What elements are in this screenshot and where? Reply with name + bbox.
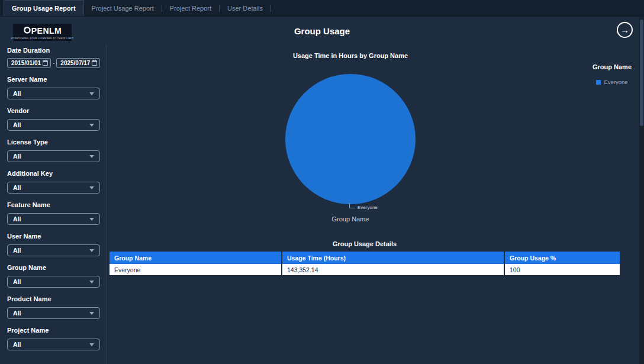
date-duration-label: Date Duration: [7, 47, 106, 54]
filter-label: Project Name: [7, 327, 106, 334]
filter-label: Server Name: [7, 76, 106, 83]
cell-usage-time: 143,352.14: [282, 264, 504, 276]
filter-label: Additional Key: [7, 170, 106, 178]
group-name-select[interactable]: All: [7, 276, 100, 288]
product-name-select[interactable]: All: [7, 307, 100, 319]
cell-group-name: Everyone: [110, 264, 281, 276]
chart-title: Usage Time in Hours by Group Name: [107, 52, 594, 59]
chevron-down-icon: [89, 124, 94, 127]
filter-project-name: Project Name All: [7, 327, 106, 350]
filter-product-name: Product Name All: [7, 295, 106, 319]
end-date-input[interactable]: 2025/07/17: [56, 58, 100, 68]
filter-label: User Name: [7, 233, 106, 240]
legend-entry-everyone[interactable]: Everyone: [580, 79, 644, 85]
date-range-separator: -: [53, 60, 54, 66]
chevron-down-icon: [89, 249, 94, 252]
date-duration-row: 2015/01/01 - 2025/07/17: [7, 58, 106, 68]
pie-chart-everyone-slice[interactable]: [285, 74, 416, 204]
start-date-value: 2015/01/01: [11, 60, 41, 66]
select-value: All: [13, 184, 21, 191]
group-usage-details-table: Group Name Usage Time (Hours) Group Usag…: [110, 252, 620, 276]
chevron-down-icon: [89, 281, 94, 284]
chevron-down-icon: [89, 92, 94, 95]
logo-tagline: STRETCHING YOUR LICENSES TO THEIR LIMIT: [11, 37, 74, 40]
feature-name-select[interactable]: All: [7, 213, 100, 225]
project-name-select[interactable]: All: [7, 339, 100, 350]
filter-label: Vendor: [7, 107, 106, 115]
select-value: All: [13, 247, 21, 254]
filter-label: Group Name: [7, 264, 106, 272]
column-header-usage-time[interactable]: Usage Time (Hours): [282, 252, 504, 264]
select-value: All: [13, 278, 21, 285]
table-header-row: Group Name Usage Time (Hours) Group Usag…: [110, 252, 620, 264]
license-type-select[interactable]: All: [7, 150, 100, 162]
column-header-group-name[interactable]: Group Name: [110, 252, 281, 264]
select-value: All: [13, 121, 21, 128]
chevron-down-icon: [89, 218, 94, 221]
filter-label: Product Name: [7, 295, 106, 303]
filter-group-name: Group Name All: [7, 264, 106, 288]
next-arrow-button[interactable]: →: [617, 22, 633, 38]
pie-callout-line: [349, 203, 355, 208]
vertical-scrollbar[interactable]: [639, 17, 644, 364]
calendar-icon: [43, 60, 48, 66]
vendor-select[interactable]: All: [7, 119, 100, 131]
calendar-icon: [92, 60, 97, 66]
filter-feature-name: Feature Name All: [7, 201, 106, 225]
filter-vendor: Vendor All: [7, 107, 106, 131]
select-value: All: [13, 341, 21, 348]
tab-user-details[interactable]: User Details: [220, 0, 271, 16]
tab-separator: [271, 5, 271, 12]
chevron-down-icon: [89, 343, 94, 346]
tab-project-usage-report[interactable]: Project Usage Report: [84, 0, 162, 16]
select-value: All: [13, 153, 21, 160]
filter-license-type: License Type All: [7, 138, 106, 162]
legend-title: Group Name: [580, 63, 644, 70]
table-title: Group Usage Details: [110, 240, 620, 247]
tab-group-usage-report[interactable]: Group Usage Report: [4, 0, 84, 16]
tab-bar: Group Usage Report Project Usage Report …: [0, 0, 644, 17]
chevron-down-icon: [89, 312, 94, 315]
chevron-down-icon: [89, 186, 94, 189]
filter-additional-key: Additional Key All: [7, 170, 106, 194]
chart-legend: Group Name Everyone: [580, 63, 644, 85]
legend-swatch-icon: [596, 80, 601, 85]
report-header: PENLM STRETCHING YOUR LICENSES TO THEIR …: [0, 17, 644, 44]
pie-slice-label: Everyone: [358, 205, 378, 210]
legend-entry-label: Everyone: [604, 79, 627, 85]
group-usage-report-page: Group Usage Report Project Usage Report …: [0, 0, 644, 364]
start-date-input[interactable]: 2015/01/01: [7, 58, 51, 68]
select-value: All: [13, 310, 21, 317]
chevron-down-icon: [89, 155, 94, 158]
select-value: All: [13, 90, 21, 97]
user-name-select[interactable]: All: [7, 244, 100, 256]
column-header-group-usage-pct[interactable]: Group Usage %: [505, 252, 620, 264]
filter-label: Feature Name: [7, 201, 106, 209]
filter-label: License Type: [7, 138, 106, 146]
report-content: Usage Time in Hours by Group Name Everyo…: [107, 44, 644, 364]
tab-project-report[interactable]: Project Report: [162, 0, 219, 16]
filter-server-name: Server Name All: [7, 76, 106, 99]
table-row: Everyone 143,352.14 100: [110, 264, 620, 276]
scrollbar-thumb[interactable]: [640, 20, 643, 126]
filter-user-name: User Name All: [7, 233, 106, 256]
server-name-select[interactable]: All: [7, 88, 100, 99]
filter-panel: Date Duration 2015/01/01 - 2025/07/17 Se…: [0, 44, 107, 364]
end-date-value: 2025/07/17: [60, 60, 90, 66]
select-value: All: [13, 215, 21, 223]
page-title: Group Usage: [0, 26, 644, 36]
arrow-right-icon: →: [620, 25, 629, 34]
cell-group-usage-pct: 100: [505, 264, 620, 276]
additional-key-select[interactable]: All: [7, 182, 100, 194]
pie-axis-label: Group Name: [107, 215, 594, 223]
